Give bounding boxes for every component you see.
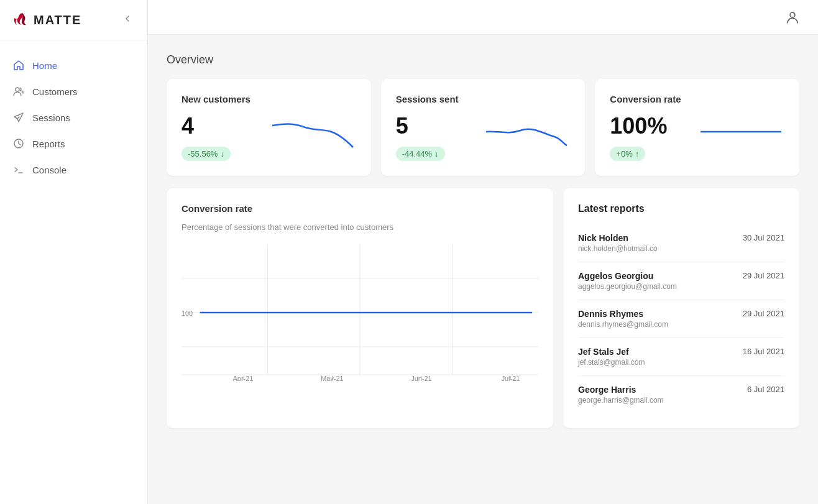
svg-point-2 — [790, 12, 795, 17]
report-email-3: jef.stals@gmail.com — [578, 358, 645, 367]
overview-cards: New customers 4 -55.56% ↓ Ses — [167, 79, 799, 176]
sidebar-item-reports[interactable]: Reports — [0, 131, 147, 156]
report-email-0: nick.holden@hotmail.co — [578, 244, 658, 253]
sessions-sent-card: Sessions sent 5 -44.44% ↓ — [381, 79, 586, 176]
sidebar-nav: Home Customers Sessions — [0, 40, 147, 195]
sidebar-item-reports-label: Reports — [32, 139, 65, 149]
new-customers-badge-text: -55.56% — [188, 149, 218, 158]
brand-name: MATTE — [34, 13, 81, 27]
report-item-2: Dennis Rhymes dennis.rhymes@gmail.com 29… — [578, 300, 784, 338]
report-item-4: George Harris george.harris@gmail.com 6 … — [578, 376, 784, 413]
report-email-4: george.harris@gmail.com — [578, 396, 664, 405]
sidebar-item-customers-label: Customers — [32, 86, 78, 97]
report-name-4: George Harris — [578, 385, 664, 395]
conversion-rate-mini-chart — [697, 113, 784, 150]
main-content: Overview New customers 4 -55.56% ↓ — [148, 35, 818, 504]
report-email-2: dennis.rhymes@gmail.com — [578, 320, 668, 329]
new-customers-value: 4 — [182, 113, 231, 139]
sidebar-item-console-label: Console — [32, 165, 67, 175]
latest-reports-title: Latest reports — [578, 203, 784, 214]
new-customers-badge-arrow: ↓ — [220, 149, 224, 158]
report-name-3: Jef Stals Jef — [578, 347, 645, 357]
sidebar-logo: MATTE — [0, 0, 147, 40]
conversion-rate-badge: +0% ↑ — [610, 147, 645, 161]
conversion-rate-chart-svg: 100 Apr-21 May-21 Jun-21 Jul-21 — [182, 244, 538, 381]
latest-reports-card: Latest reports Nick Holden nick.holden@h… — [563, 188, 799, 428]
conversion-rate-badge-arrow: ↑ — [635, 149, 640, 158]
user-profile-button[interactable] — [786, 11, 799, 24]
report-name-0: Nick Holden — [578, 233, 658, 243]
conversion-chart-subtitle: Percentage of sessions that were convert… — [182, 222, 538, 232]
clock-icon — [12, 137, 25, 150]
sessions-sent-badge-text: -44.44% — [402, 149, 432, 158]
report-info-4: George Harris george.harris@gmail.com — [578, 385, 664, 405]
chevron-left-icon — [122, 14, 132, 24]
home-icon — [12, 59, 25, 71]
conversion-rate-title: Conversion rate — [610, 94, 784, 104]
sessions-sent-title: Sessions sent — [396, 94, 571, 104]
send-icon — [12, 111, 25, 124]
sessions-sent-chart — [483, 113, 570, 150]
report-name-1: Aggelos Georgiou — [578, 271, 677, 281]
sidebar-item-sessions[interactable]: Sessions — [0, 105, 147, 130]
report-item-0: Nick Holden nick.holden@hotmail.co 30 Ju… — [578, 224, 784, 262]
report-info-2: Dennis Rhymes dennis.rhymes@gmail.com — [578, 309, 668, 329]
svg-point-0 — [16, 88, 19, 91]
topbar — [148, 0, 818, 35]
report-info-1: Aggelos Georgiou aggelos.georgiou@gmail.… — [578, 271, 677, 291]
report-date-0: 30 Jul 2021 — [743, 233, 784, 242]
new-customers-card: New customers 4 -55.56% ↓ — [167, 79, 371, 176]
sessions-sent-badge-arrow: ↓ — [434, 149, 439, 158]
conversion-rate-card: Conversion rate 100% +0% ↑ — [595, 79, 799, 176]
conversion-chart-area: 100 Apr-21 May-21 Jun-21 Jul-21 — [182, 244, 538, 381]
console-icon — [12, 163, 25, 176]
logo: MATTE — [12, 11, 81, 29]
new-customers-badge: -55.56% ↓ — [182, 147, 231, 161]
bottom-section: Conversion rate Percentage of sessions t… — [167, 188, 799, 428]
sessions-sent-content: 5 -44.44% ↓ — [396, 113, 571, 161]
report-date-4: 6 Jul 2021 — [747, 385, 784, 394]
report-item-1: Aggelos Georgiou aggelos.georgiou@gmail.… — [578, 262, 784, 300]
sessions-sent-badge: -44.44% ↓ — [396, 147, 445, 161]
sidebar-item-home-label: Home — [32, 60, 57, 71]
report-info-3: Jef Stals Jef jef.stals@gmail.com — [578, 347, 645, 367]
report-date-2: 29 Jul 2021 — [743, 309, 784, 318]
sidebar-collapse-button[interactable] — [120, 11, 135, 29]
new-customers-title: New customers — [182, 94, 356, 104]
conversion-chart-card: Conversion rate Percentage of sessions t… — [167, 188, 553, 428]
sidebar-item-console[interactable]: Console — [0, 157, 147, 182]
report-date-1: 29 Jul 2021 — [743, 271, 784, 280]
conversion-rate-value: 100% — [610, 113, 667, 139]
report-item-3: Jef Stals Jef jef.stals@gmail.com 16 Jul… — [578, 338, 784, 376]
report-name-2: Dennis Rhymes — [578, 309, 668, 319]
users-icon — [12, 85, 25, 98]
new-customers-chart — [269, 113, 356, 150]
logo-flame-icon — [12, 11, 30, 29]
svg-text:100: 100 — [182, 309, 193, 317]
sidebar-item-customers[interactable]: Customers — [0, 79, 147, 104]
sidebar: MATTE Home — [0, 0, 148, 504]
sessions-sent-left: 5 -44.44% ↓ — [396, 113, 445, 161]
conversion-rate-badge-text: +0% — [616, 149, 632, 158]
page-header: Overview — [167, 53, 799, 66]
content-wrapper: Overview New customers 4 -55.56% ↓ — [148, 0, 818, 504]
user-icon — [786, 11, 799, 24]
report-info-0: Nick Holden nick.holden@hotmail.co — [578, 233, 658, 253]
new-customers-left: 4 -55.56% ↓ — [182, 113, 231, 161]
report-date-3: 16 Jul 2021 — [743, 347, 784, 356]
sidebar-item-sessions-label: Sessions — [32, 112, 70, 123]
page-title: Overview — [167, 53, 213, 66]
report-email-1: aggelos.georgiou@gmail.com — [578, 282, 677, 291]
sessions-sent-value: 5 — [396, 113, 445, 139]
conversion-chart-title: Conversion rate — [182, 203, 538, 214]
new-customers-content: 4 -55.56% ↓ — [182, 113, 356, 161]
sidebar-item-home[interactable]: Home — [0, 53, 147, 78]
conversion-rate-left: 100% +0% ↑ — [610, 113, 667, 161]
conversion-rate-content: 100% +0% ↑ — [610, 113, 784, 161]
